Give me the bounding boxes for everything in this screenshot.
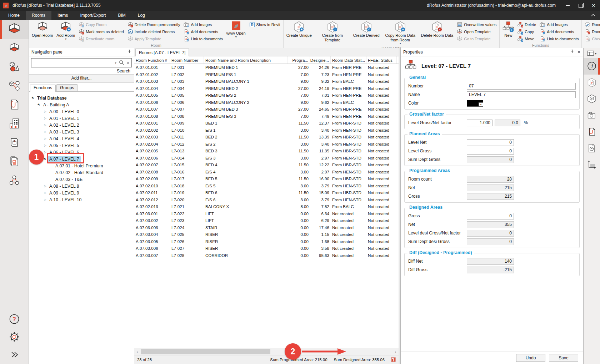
- tree-item-a-09-level-9[interactable]: ▷A.09 - LEVEL 9: [29, 189, 134, 196]
- table-row[interactable]: A.07.02.010L7-018E/S 53.003.79From HEN-S…: [134, 182, 399, 189]
- menu-tab-rooms[interactable]: Rooms: [26, 11, 51, 20]
- right-panel-tab-images[interactable]: [584, 107, 600, 124]
- table-row[interactable]: A.07.02.003L7-011BED 211.5013.39From HBR…: [134, 133, 399, 141]
- tree-item-a-08-level-8[interactable]: ▷A.08 - LEVEL 8: [29, 183, 134, 189]
- function-add-images-button[interactable]: +Add Images: [539, 21, 580, 28]
- tree-item-trial-database[interactable]: ▶Trial Database: [29, 95, 134, 101]
- table-row[interactable]: A.07.02.006L7-014E/S 33.002.97From HEN-S…: [134, 155, 399, 162]
- overwritten-values-button[interactable]: Overwritten values: [456, 21, 498, 28]
- sidebar-item-help[interactable]: ?: [0, 310, 29, 328]
- room-data-item-checks-button[interactable]: =Room Data <-> Item Checks: [584, 28, 600, 35]
- apply-template-button[interactable]: Apply Template: [126, 35, 181, 42]
- tree-expander-icon[interactable]: ▶: [30, 95, 36, 101]
- table-row[interactable]: A.07.03.001L7-022LIFT0.006.34Not created…: [134, 210, 399, 217]
- add-room-button[interactable]: +Add Room▾: [55, 21, 77, 41]
- copy-function-button[interactable]: =Copy: [516, 28, 537, 35]
- tree-item-a-03-level-3[interactable]: ▷A.03 - LEVEL 3: [29, 128, 134, 135]
- search-input[interactable]: [33, 60, 112, 66]
- level-net-field[interactable]: 0: [467, 139, 514, 146]
- table-row[interactable]: A.07.02.011L7-019BED 611.5015.09From HBR…: [134, 189, 399, 196]
- copy-room-button[interactable]: =Copy Room: [78, 21, 125, 28]
- table-row[interactable]: A.07.03.004L7-025RISER0.001.15Not create…: [134, 231, 399, 238]
- right-panel-tab-bim-objects[interactable]: [584, 91, 600, 107]
- create-unique-button[interactable]: ★Create Unique: [285, 21, 314, 38]
- table-row[interactable]: A.07.03.007L7-028CORRIDOR0.0095.63Not cr…: [134, 252, 399, 259]
- tree-item-a-04-level-4[interactable]: ▷A.04 - LEVEL 4: [29, 135, 134, 142]
- tree-item-a-07-02-hotel-standard[interactable]: A.07.02 - Hotel Standard: [29, 169, 134, 176]
- mark-room-deleted-button[interactable]: ×Mark room as deleted: [78, 28, 125, 35]
- check-under-specified-button[interactable]: ?Check for 'under specified': [584, 35, 600, 42]
- scrollbar-thumb[interactable]: [141, 349, 270, 354]
- delete-room-permanently-button[interactable]: ×Delete Room permanently: [126, 21, 181, 28]
- clear-search-icon[interactable]: ✕: [126, 61, 130, 65]
- delete-function-button[interactable]: −Delete: [516, 21, 537, 28]
- table-row[interactable]: A.07.02.005L7-013BED 311.5011.35From HBR…: [134, 147, 399, 155]
- tree-expander-icon[interactable]: ▷: [42, 184, 48, 188]
- tree-item-a-building-a[interactable]: ▶A - Building A: [29, 101, 134, 108]
- sidebar-item-rooms-alt[interactable]: [0, 39, 29, 58]
- link-documents-button[interactable]: ∞Link to documents: [182, 35, 224, 42]
- column-header-room-number[interactable]: Room Number: [170, 56, 204, 64]
- horizontal-scrollbar[interactable]: ‹ ›: [134, 348, 399, 355]
- rooms-tab[interactable]: Rooms [A.07 - LEVEL 7]: [135, 49, 189, 56]
- table-row[interactable]: A.07.01.005L7-005PREMIUM E/S 27.007.01Fr…: [134, 92, 399, 99]
- tree-expander-icon[interactable]: ▷: [42, 144, 48, 147]
- tree-expander-icon[interactable]: ▷: [42, 110, 48, 113]
- tree-item-a-01-level-1[interactable]: ▷A.01 - LEVEL 1: [29, 115, 134, 122]
- tab-functions[interactable]: Functions: [30, 85, 56, 92]
- table-row[interactable]: A.07.01.008L7-008PREMIUM E/S 37.007.49Fr…: [134, 113, 399, 120]
- sidebar-item-expand[interactable]: [0, 346, 29, 364]
- tree-expander-icon[interactable]: ▷: [42, 198, 48, 201]
- table-row[interactable]: A.07.02.002L7-010E/S 13.003.40From HEN-S…: [134, 127, 399, 134]
- sidebar-item-item-groups[interactable]: [0, 77, 29, 96]
- tree-expander-icon[interactable]: ▷: [42, 117, 48, 120]
- menu-tab-import-export[interactable]: Import/Export: [74, 11, 112, 20]
- menu-tab-home[interactable]: Home: [2, 11, 26, 20]
- tree-item-a-00-level-0[interactable]: ▷A.00 - LEVEL 0: [29, 108, 134, 115]
- close-button[interactable]: ✕: [587, 0, 600, 11]
- pin-icon[interactable]: [128, 50, 131, 55]
- open-template-button[interactable]: Open Template: [456, 28, 498, 35]
- minimize-button[interactable]: [561, 0, 574, 11]
- table-row[interactable]: A.07.01.006L7-006PREMIUM BALCONY 29.009.…: [134, 99, 399, 106]
- create-from-template-button[interactable]: =Create from Template: [314, 21, 351, 42]
- right-panel-tab-room-data-sheet[interactable]: [584, 75, 600, 91]
- include-deleted-rooms-button[interactable]: Include deleted Rooms: [126, 28, 181, 35]
- tab-groups[interactable]: Groups: [56, 84, 78, 91]
- move-function-button[interactable]: »Move: [516, 35, 537, 42]
- level-gross-field[interactable]: 0: [467, 148, 514, 155]
- table-row[interactable]: A.07.01.003L7-003PREMIUM BALCONY 19.009.…: [134, 78, 399, 85]
- table-row[interactable]: A.07.03.002L7-023LIFT0.006.29Not created…: [134, 217, 399, 224]
- tree-item-a-07-03-t-e[interactable]: A.07.03 - T&E: [29, 176, 134, 183]
- table-row[interactable]: A.07.01.001L7-001PREMIUM BED 127.0024.26…: [134, 64, 399, 71]
- function-link-documents-button[interactable]: ∞Link to documents: [539, 35, 580, 42]
- search-link[interactable]: Search: [117, 69, 130, 74]
- right-panel-tab-history[interactable]: [584, 140, 600, 157]
- table-row[interactable]: A.07.02.013L7-021BALCONY X8.007.52From B…: [134, 203, 399, 210]
- search-scope-dropdown-icon[interactable]: ▾: [115, 61, 116, 65]
- show-in-revit-button[interactable]: RShow in Revit: [248, 21, 281, 28]
- scroll-left-icon[interactable]: ‹: [134, 350, 140, 354]
- menu-tab-bim[interactable]: BIM: [112, 11, 131, 20]
- restore-button[interactable]: [574, 0, 587, 11]
- sidebar-item-relations[interactable]: [0, 171, 29, 190]
- www-open-button[interactable]: www Open▾: [225, 21, 248, 39]
- table-row[interactable]: A.07.03.003L7-024STAIR0.0017.46Not creat…: [134, 224, 399, 231]
- column-header-designe[interactable]: Designe...: [310, 56, 331, 64]
- right-panel-tab-info[interactable]: i: [584, 58, 600, 75]
- number-field[interactable]: 07: [467, 83, 576, 90]
- column-header-room-function[interactable]: Room Function #: [134, 56, 170, 64]
- name-field[interactable]: LEVEL 7: [467, 91, 576, 98]
- menu-tab-items[interactable]: Items: [51, 11, 74, 20]
- tree-expander-icon[interactable]: ▶: [36, 102, 42, 108]
- right-panel-tab-documents[interactable]: [584, 124, 600, 140]
- gross-field[interactable]: 0: [467, 213, 514, 219]
- sidebar-item-items[interactable]: [0, 58, 29, 77]
- table-row[interactable]: A.07.02.009L7-017BED 511.5016.90From HBR…: [134, 175, 399, 182]
- undo-button[interactable]: Undo: [516, 354, 545, 362]
- add-documents-button[interactable]: +Add documents: [182, 28, 224, 35]
- open-room-button[interactable]: Open Room: [30, 21, 55, 38]
- table-row[interactable]: A.07.02.007L7-015BED 411.5012.22From HBR…: [134, 161, 399, 168]
- save-button[interactable]: Save: [549, 354, 578, 362]
- room-name-manager-button[interactable]: Room Name Manager: [584, 21, 600, 28]
